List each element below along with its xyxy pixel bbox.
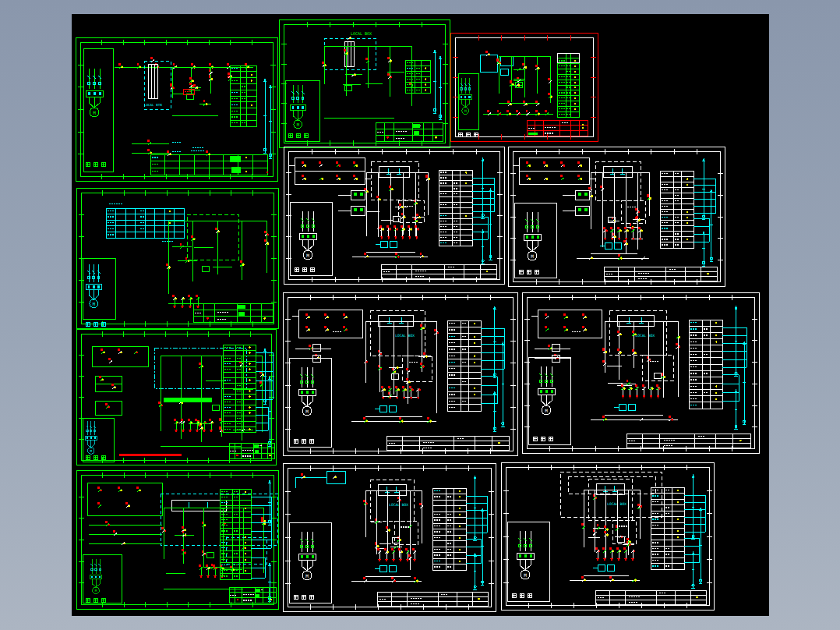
- cyan-riser: [473, 553, 476, 590]
- ladder-circuit: [161, 508, 266, 589]
- cyan-riser: [691, 551, 694, 589]
- cyan-riser: [433, 49, 436, 113]
- title-block: [229, 443, 274, 458]
- cyan-wiring-comb: [684, 538, 699, 563]
- schematic-label: M: [545, 408, 548, 413]
- schematic-label: LOCAL BOX: [395, 334, 415, 338]
- title-block: [626, 434, 750, 448]
- terminal-table: [106, 208, 184, 238]
- cyan-wiring-comb: [481, 328, 504, 369]
- sheet-b: LOCAL BOXM: [279, 19, 450, 148]
- ladder-circuit: [364, 172, 430, 252]
- motor-symbol: M: [298, 367, 316, 416]
- terminal-table: [439, 170, 472, 246]
- terminal-table: [220, 489, 251, 579]
- cyan-wiring-comb: [472, 217, 488, 239]
- cyan-wiring-comb: [466, 496, 487, 533]
- cyan-riser: [734, 306, 737, 377]
- title-block: [595, 590, 706, 604]
- ladder-circuit: [588, 172, 651, 253]
- motor-symbol: M: [86, 69, 103, 117]
- schematic-label: M: [524, 572, 527, 578]
- drawing-canvas[interactable]: MLOCAL BTNMMMLOCAL BOXMMMMMLOCAL BOXMLOC…: [72, 14, 769, 616]
- title-block: [377, 592, 488, 606]
- cyan-riser: [439, 55, 442, 119]
- terminal-table: [223, 345, 256, 432]
- motor-symbol: M: [517, 531, 534, 579]
- motor-symbol: M: [299, 211, 316, 260]
- cyan-riser: [493, 391, 496, 432]
- terminal-table: [660, 171, 694, 248]
- cyan-riser: [691, 474, 694, 540]
- ladder-circuit: [166, 221, 269, 303]
- terminal-table: [432, 488, 466, 570]
- schematic-label: M: [90, 449, 93, 453]
- cyan-riser: [481, 229, 484, 264]
- contact-row: [621, 384, 661, 398]
- schematic-label: M: [306, 253, 309, 258]
- cyan-wiring-comb: [694, 218, 709, 242]
- schematic-label: LOCAL BOX: [635, 334, 655, 338]
- sheet-l2: M: [76, 188, 279, 329]
- title-block: [229, 587, 276, 603]
- ladder-circuit: [496, 56, 552, 103]
- title-block: [193, 303, 273, 322]
- cyan-riser: [702, 158, 705, 219]
- title-block: [604, 267, 717, 281]
- cyan-riser: [493, 306, 496, 377]
- ladder-circuit: [322, 46, 413, 118]
- schematic-label: M: [297, 122, 300, 127]
- terminal-table: [651, 487, 684, 569]
- schematic-label: LOCAL BOX: [351, 31, 372, 36]
- cyan-riser: [743, 341, 746, 425]
- sheet-h: MLOCAL BOX: [283, 463, 496, 612]
- motor-symbol: M: [459, 78, 472, 115]
- title-block: [381, 264, 496, 278]
- terminal-table: [150, 154, 267, 175]
- motor-symbol: M: [538, 366, 555, 415]
- terminal-table: [689, 320, 722, 409]
- motor-symbol: M: [298, 532, 316, 580]
- schematic-label: LOCAL BTN: [144, 103, 162, 107]
- schematic-label: M: [531, 253, 534, 259]
- terminal-table: [447, 320, 481, 411]
- cyan-riser: [734, 389, 737, 430]
- schematic-label: M: [464, 109, 467, 113]
- cyan-riser: [263, 348, 266, 404]
- ladder-circuit: [170, 67, 232, 115]
- contact-grid-panel: [513, 158, 595, 184]
- sheet-l4: M: [76, 470, 279, 610]
- title-block: [376, 122, 443, 141]
- sheet-a: MLOCAL BTN: [76, 37, 278, 182]
- cyan-riser: [699, 507, 702, 584]
- terminal-table: [230, 65, 256, 126]
- cyan-riser: [473, 475, 476, 540]
- cyan-wiring-comb: [466, 539, 481, 564]
- terminal-table: [405, 60, 430, 93]
- motor-symbol: M: [90, 559, 102, 594]
- schematic-label: M: [93, 302, 96, 306]
- cyan-wiring-comb: [684, 495, 705, 532]
- contact-row: [595, 547, 635, 561]
- sheet-e: M: [508, 147, 725, 287]
- sheet-l3: M: [76, 329, 277, 465]
- sheet-d: M: [284, 147, 505, 285]
- cyan-wiring-comb: [722, 327, 746, 367]
- contact-row: [172, 295, 199, 309]
- motor-symbol: M: [85, 421, 97, 454]
- cyan-riser: [481, 508, 484, 585]
- cyan-riser: [263, 78, 266, 153]
- cyan-riser: [489, 188, 492, 260]
- sheet-c: M: [450, 33, 598, 142]
- contact-grid-panel: [288, 158, 371, 184]
- app-background: MLOCAL BTNMMMLOCAL BOXMMMMMLOCAL BOXMLOC…: [0, 0, 840, 630]
- schematic-label: M: [93, 110, 96, 115]
- schematic-label: M: [95, 589, 97, 593]
- cyan-riser: [481, 158, 484, 218]
- motor-symbol: M: [524, 212, 541, 260]
- contact-row: [379, 225, 419, 239]
- cyan-riser: [268, 376, 271, 446]
- schematic-label: M: [305, 409, 309, 414]
- sheet-i: MLOCAL BOX: [501, 462, 715, 611]
- schematic-label: M: [305, 573, 309, 579]
